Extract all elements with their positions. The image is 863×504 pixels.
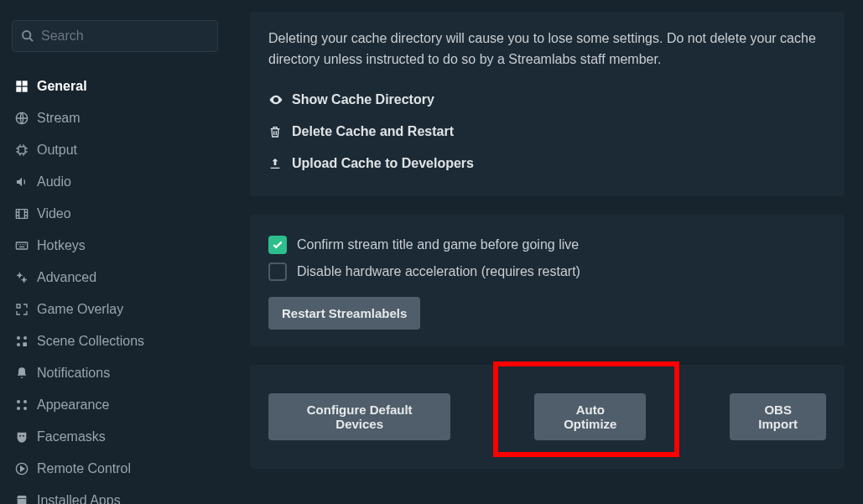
svg-point-17 (23, 400, 27, 403)
checkbox-label: Confirm stream title and game before goi… (297, 237, 579, 252)
svg-rect-7 (18, 147, 25, 153)
svg-point-16 (17, 400, 20, 403)
sidebar-item-label: Game Overlay (37, 302, 123, 317)
sidebar-item-label: Output (37, 143, 77, 158)
search-icon (21, 29, 34, 43)
checkbox-label: Disable hardware acceleration (requires … (297, 264, 580, 279)
confirm-stream-title-checkbox-row[interactable]: Confirm stream title and game before goi… (268, 231, 826, 258)
svg-rect-15 (23, 342, 27, 346)
settings-sidebar: General Stream Output Audio Video (0, 0, 230, 504)
keyboard-icon (15, 239, 37, 252)
svg-point-20 (19, 435, 21, 437)
search-input[interactable] (41, 29, 209, 44)
sidebar-item-output[interactable]: Output (12, 134, 218, 166)
devices-buttons-panel: Configure Default Devices Auto Optimize … (250, 365, 845, 469)
svg-rect-3 (23, 81, 28, 86)
store-icon (15, 494, 37, 504)
svg-point-11 (23, 278, 26, 282)
svg-line-1 (29, 38, 33, 41)
sidebar-item-stream[interactable]: Stream (12, 102, 218, 134)
sidebar-item-installed-apps[interactable]: Installed Apps (12, 485, 218, 504)
sidebar-item-appearance[interactable]: Appearance (12, 389, 218, 421)
play-circle-icon (15, 462, 37, 475)
svg-point-10 (18, 273, 21, 277)
action-label: Show Cache Directory (292, 92, 434, 107)
svg-point-23 (275, 98, 278, 101)
upload-icon (268, 157, 292, 170)
overlay-icon (15, 303, 37, 316)
checkbox-checked-icon (268, 236, 287, 254)
sidebar-item-general[interactable]: General (12, 70, 218, 102)
trash-icon (268, 125, 292, 138)
auto-optimize-button[interactable]: Auto Optimize (534, 393, 646, 440)
appearance-icon (15, 398, 37, 412)
sidebar-item-label: Remote Control (37, 461, 131, 476)
disable-hw-accel-checkbox-row[interactable]: Disable hardware acceleration (requires … (268, 258, 826, 285)
sidebar-item-label: Stream (37, 111, 81, 126)
sidebar-item-audio[interactable]: Audio (12, 166, 218, 198)
svg-point-14 (17, 343, 20, 346)
settings-nav: General Stream Output Audio Video (12, 70, 218, 504)
sidebar-item-label: Video (37, 206, 71, 221)
sidebar-item-facemasks[interactable]: Facemasks (12, 421, 218, 453)
upload-cache-action[interactable]: Upload Cache to Developers (268, 148, 826, 179)
grid-icon (15, 80, 37, 93)
eye-icon (268, 92, 292, 107)
cache-warning-text: Deleting your cache directory will cause… (268, 29, 826, 70)
action-label: Delete Cache and Restart (292, 124, 454, 139)
volume-icon (15, 175, 37, 189)
globe-icon (15, 112, 37, 125)
sidebar-item-video[interactable]: Video (12, 198, 218, 230)
search-box[interactable] (12, 20, 218, 52)
svg-rect-8 (16, 210, 27, 219)
svg-rect-4 (16, 87, 21, 92)
sidebar-item-label: General (37, 79, 87, 94)
bell-icon (15, 366, 37, 380)
sidebar-item-remote-control[interactable]: Remote Control (12, 453, 218, 485)
sidebar-item-hotkeys[interactable]: Hotkeys (12, 230, 218, 262)
sidebar-item-label: Audio (37, 174, 71, 190)
svg-rect-2 (16, 81, 21, 86)
svg-point-18 (17, 407, 20, 410)
sidebar-item-label: Advanced (37, 270, 96, 285)
svg-point-13 (23, 336, 27, 340)
svg-point-19 (23, 407, 27, 410)
delete-cache-restart-action[interactable]: Delete Cache and Restart (268, 116, 826, 148)
sidebar-item-scene-collections[interactable]: Scene Collections (12, 325, 218, 357)
checkbox-unchecked-icon (268, 262, 287, 281)
sidebar-item-game-overlay[interactable]: Game Overlay (12, 294, 218, 325)
settings-main: Deleting your cache directory will cause… (230, 0, 863, 504)
configure-default-devices-button[interactable]: Configure Default Devices (268, 393, 450, 440)
cache-panel: Deleting your cache directory will cause… (250, 12, 845, 196)
sidebar-item-advanced[interactable]: Advanced (12, 262, 218, 294)
mask-icon (15, 430, 37, 444)
gears-icon (15, 271, 37, 284)
action-label: Upload Cache to Developers (292, 156, 474, 171)
svg-point-21 (23, 435, 24, 437)
sidebar-item-label: Appearance (37, 397, 109, 413)
sidebar-item-label: Notifications (37, 366, 110, 381)
obs-import-button[interactable]: OBS Import (730, 393, 826, 440)
options-panel: Confirm stream title and game before goi… (250, 215, 845, 346)
show-cache-directory-action[interactable]: Show Cache Directory (268, 84, 826, 116)
chip-icon (15, 143, 37, 157)
svg-rect-5 (23, 87, 28, 92)
svg-point-0 (23, 31, 30, 39)
sidebar-item-label: Installed Apps (37, 493, 121, 504)
sidebar-item-notifications[interactable]: Notifications (12, 357, 218, 389)
sidebar-item-label: Facemasks (37, 429, 106, 444)
film-icon (15, 207, 37, 221)
scenes-icon (15, 335, 37, 348)
sidebar-item-label: Hotkeys (37, 238, 86, 253)
restart-streamlabels-button[interactable]: Restart Streamlabels (268, 297, 420, 330)
svg-point-12 (17, 336, 20, 340)
sidebar-item-label: Scene Collections (37, 334, 144, 349)
svg-rect-9 (16, 242, 27, 249)
